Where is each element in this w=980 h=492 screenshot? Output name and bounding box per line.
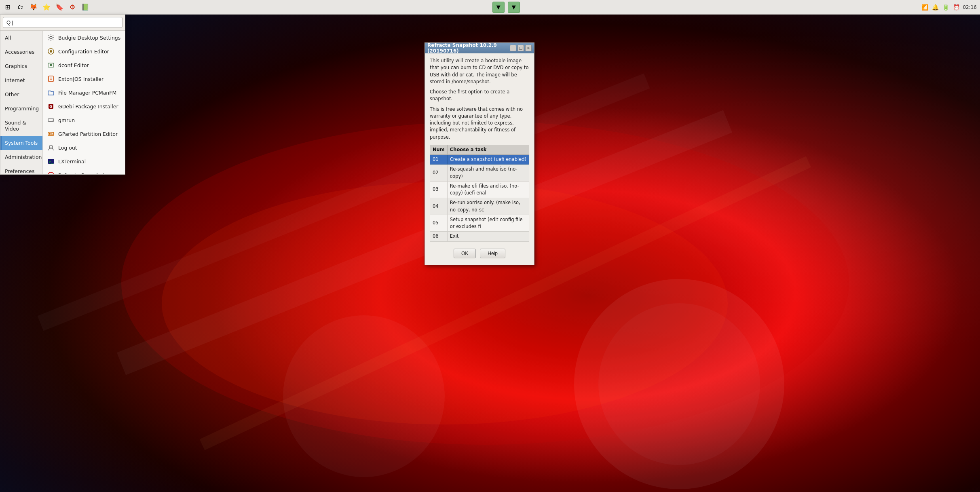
- config-editor-icon: [47, 47, 55, 55]
- svg-point-10: [50, 50, 52, 53]
- table-cell-num: 06: [430, 232, 448, 241]
- item-logout[interactable]: Log out: [43, 141, 125, 154]
- cat-internet[interactable]: Internet: [0, 73, 42, 87]
- svg-point-12: [50, 64, 52, 66]
- gdebi-icon: G: [47, 102, 55, 110]
- budgie-button[interactable]: 📗: [79, 2, 91, 13]
- cat-all[interactable]: All: [0, 31, 42, 45]
- apps-grid-button[interactable]: ⊞: [2, 2, 14, 13]
- menu-search-input[interactable]: [3, 17, 122, 28]
- item-gmrun-label: gmrun: [58, 117, 75, 123]
- cat-system-tools[interactable]: System Tools: [0, 136, 42, 150]
- lxterminal-icon: >_: [47, 157, 55, 165]
- logout-icon: [47, 144, 55, 152]
- item-gparted-label: GParted Partition Editor: [58, 131, 118, 137]
- item-lxterminal[interactable]: >_ LXTerminal: [43, 154, 125, 168]
- item-file-manager[interactable]: File Manager PCManFM: [43, 86, 125, 99]
- cat-other[interactable]: Other: [0, 87, 42, 101]
- table-row[interactable]: 02 Re-squash and make iso (no-copy): [430, 165, 529, 182]
- settings-button[interactable]: ⚙: [66, 2, 78, 13]
- item-gdebi-label: GDebi Package Installer: [58, 103, 118, 110]
- item-dconf-editor-label: dconf Editor: [58, 62, 89, 68]
- table-header-task: Choose a task: [447, 145, 529, 154]
- refracta-ok-button[interactable]: OK: [454, 249, 476, 258]
- table-row[interactable]: 05 Setup snapshot (edit config file or e…: [430, 215, 529, 232]
- item-config-editor[interactable]: Configuration Editor: [43, 44, 125, 58]
- bookmarks-button[interactable]: 🔖: [53, 2, 65, 13]
- item-config-editor-label: Configuration Editor: [58, 49, 109, 55]
- table-cell-num: 01: [430, 155, 448, 165]
- item-file-manager-label: File Manager PCManFM: [58, 90, 116, 96]
- menu-body: All Accessories Graphics Internet Other …: [0, 31, 125, 174]
- table-cell-num: 05: [430, 215, 448, 232]
- item-dconf-editor[interactable]: dconf Editor: [43, 58, 125, 72]
- item-gparted[interactable]: GParted Partition Editor: [43, 127, 125, 141]
- cat-administration[interactable]: Administration: [0, 150, 42, 164]
- cat-accessories[interactable]: Accessories: [0, 45, 42, 59]
- refracta-description-3: This is free software that comes with no…: [430, 106, 529, 141]
- refracta-titlebar: Refracta Snapshot 10.2.9 (20190716) _ □ …: [425, 43, 534, 53]
- clock-display: 02:16: [963, 4, 977, 10]
- item-gdebi[interactable]: G GDebi Package Installer: [43, 99, 125, 113]
- file-manager-icon: [47, 89, 55, 97]
- firefox-button[interactable]: 🦊: [27, 2, 40, 13]
- menu-search-container: [0, 15, 125, 31]
- table-cell-num: 04: [430, 198, 448, 215]
- taskbar-left: ⊞ 🗂 🦊 ⭐ 🔖 ⚙ 📗: [0, 2, 91, 13]
- cat-sound-video[interactable]: Sound & Video: [0, 116, 42, 136]
- table-cell-task: Re-run xorriso only. (make iso, no-copy,…: [447, 198, 529, 215]
- table-cell-num: 02: [430, 165, 448, 182]
- taskbar-right: 📶 🔔 🔋 ⏰ 02:16: [921, 3, 980, 11]
- svg-point-27: [50, 174, 52, 174]
- item-lxterminal-label: LXTerminal: [58, 158, 86, 165]
- dialog-minimize-button[interactable]: _: [510, 45, 516, 51]
- table-cell-task: Create a snapshot (uefi enabled): [447, 155, 529, 165]
- dconf-editor-icon: [47, 61, 55, 69]
- refracta-dialog-title: Refracta Snapshot 10.2.9 (20190716): [427, 42, 509, 54]
- cat-graphics[interactable]: Graphics: [0, 59, 42, 73]
- table-row[interactable]: 01 Create a snapshot (uefi enabled): [430, 155, 529, 165]
- notification-tray-icon[interactable]: 🔔: [931, 3, 939, 11]
- item-budgie-settings[interactable]: Budgie Desktop Settings: [43, 31, 125, 44]
- clock-tray-icon[interactable]: ⏰: [952, 3, 960, 11]
- svg-rect-13: [49, 76, 53, 82]
- item-budgie-settings-label: Budgie Desktop Settings: [58, 35, 120, 41]
- menu-items-list: Budgie Desktop Settings Configuration Ed…: [43, 31, 125, 174]
- file-manager-button[interactable]: 🗂: [15, 2, 27, 13]
- item-exton-installer-label: Exton|OS Installer: [58, 76, 103, 82]
- cat-preferences[interactable]: Preferences: [0, 164, 42, 174]
- item-exton-installer[interactable]: Exton|OS Installer: [43, 72, 125, 86]
- refracta-description-2: Choose the first option to create a snap…: [430, 89, 529, 103]
- refracta-help-button[interactable]: Help: [480, 249, 505, 258]
- item-refracta[interactable]: Refracta Snapshot: [43, 168, 125, 174]
- table-cell-task: Setup snapshot (edit config file or excl…: [447, 215, 529, 232]
- refracta-dialog-body: This utility will create a bootable imag…: [425, 53, 534, 265]
- menu-category-list: All Accessories Graphics Internet Other …: [0, 31, 43, 174]
- workspace-2-button[interactable]: ▼: [508, 2, 520, 13]
- budgie-settings-icon: [47, 34, 55, 42]
- item-refracta-label: Refracta Snapshot: [58, 172, 105, 175]
- table-row[interactable]: 06 Exit: [430, 232, 529, 241]
- refracta-dialog-buttons: OK Help: [430, 246, 529, 261]
- gparted-icon: [47, 130, 55, 138]
- refracta-dialog: Refracta Snapshot 10.2.9 (20190716) _ □ …: [425, 42, 534, 265]
- starred-button[interactable]: ⭐: [40, 2, 53, 13]
- svg-rect-21: [49, 133, 51, 135]
- table-row[interactable]: 04 Re-run xorriso only. (make iso, no-co…: [430, 198, 529, 215]
- table-cell-task: Exit: [447, 232, 529, 241]
- dialog-maximize-button[interactable]: □: [517, 45, 524, 51]
- table-header-num: Num: [430, 145, 448, 154]
- table-cell-num: 03: [430, 181, 448, 198]
- table-cell-task: Re-make efi files and iso. (no-copy) (ue…: [447, 181, 529, 198]
- app-menu-panel: All Accessories Graphics Internet Other …: [0, 15, 125, 175]
- item-gmrun[interactable]: gmrun: [43, 113, 125, 127]
- taskbar: ⊞ 🗂 🦊 ⭐ 🔖 ⚙ 📗 ▼ ▼ 📶 🔔 🔋 ⏰ 02:16: [0, 0, 980, 15]
- network-tray-icon[interactable]: 📶: [921, 3, 929, 11]
- table-row[interactable]: 03 Re-make efi files and iso. (no-copy) …: [430, 181, 529, 198]
- exton-installer-icon: [47, 75, 55, 83]
- battery-tray-icon[interactable]: 🔋: [942, 3, 950, 11]
- taskbar-center: ▼ ▼: [91, 2, 921, 13]
- cat-programming[interactable]: Programming: [0, 101, 42, 116]
- dialog-close-button[interactable]: ✕: [525, 45, 532, 51]
- workspace-1-button[interactable]: ▼: [492, 2, 505, 13]
